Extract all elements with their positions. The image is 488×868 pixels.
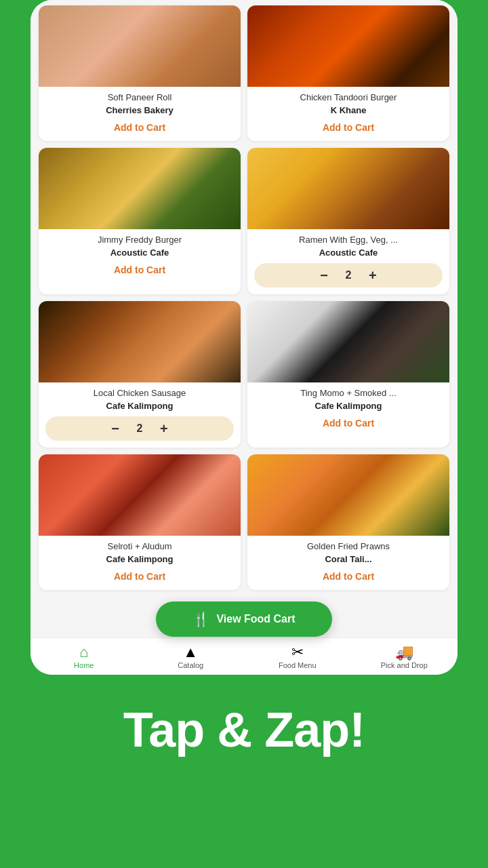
decrease-chicken-sausage[interactable]: − [108, 422, 122, 435]
food-name-selroti: Selroti + Aludum [45, 541, 234, 553]
quantity-value-chicken-sausage: 2 [133, 422, 146, 435]
food-grid: Soft Paneer Roll Cherries Bakery Add to … [39, 5, 449, 590]
add-to-cart-paneer-roll[interactable]: Add to Cart [114, 121, 165, 134]
food-name-chicken-sausage: Local Chicken Sausage [45, 388, 234, 399]
restaurant-prawns: Coral Tali... [254, 554, 443, 564]
add-to-cart-ting-momo[interactable]: Add to Cart [323, 416, 374, 430]
restaurant-ting-momo: Cafe Kalimpong [254, 401, 443, 411]
add-to-cart-jimmy-burger[interactable]: Add to Cart [114, 263, 165, 277]
add-to-cart-selroti[interactable]: Add to Cart [114, 570, 165, 583]
restaurant-selroti: Cafe Kalimpong [45, 554, 234, 564]
app-tagline: Tap & Zap! [110, 675, 379, 771]
restaurant-jimmy-burger: Acoustic Cafe [45, 248, 234, 258]
view-food-cart-button[interactable]: 🍴 View Food Cart [156, 601, 332, 637]
nav-food-menu[interactable]: ✂ Food Menu [244, 645, 351, 669]
food-image-ting-momo [247, 301, 449, 382]
food-name-prawns: Golden Fried Prawns [254, 541, 443, 553]
increase-ramen-egg[interactable]: + [366, 269, 380, 282]
food-image-jimmy-burger [39, 148, 241, 229]
add-to-cart-prawns[interactable]: Add to Cart [323, 570, 374, 583]
decrease-ramen-egg[interactable]: − [317, 269, 331, 282]
quantity-value-ramen-egg: 2 [342, 269, 355, 281]
restaurant-chicken-sausage: Cafe Kalimpong [45, 401, 234, 411]
card-jimmy-burger: Jimmy Freddy Burger Acoustic Cafe Add to… [39, 148, 241, 294]
card-ramen-egg: Ramen With Egg, Veg, ... Acoustic Cafe −… [247, 148, 449, 294]
bottom-navigation: ⌂ Home ▲ Catalog ✂ Food Menu 🚚 Pick and … [30, 637, 458, 675]
food-name-ramen-egg: Ramen With Egg, Veg, ... [254, 235, 443, 246]
quantity-control-chicken-sausage: − 2 + [45, 416, 234, 441]
quantity-control-ramen-egg: − 2 + [254, 263, 443, 288]
nav-catalog-label: Catalog [178, 661, 203, 669]
restaurant-paneer-roll: Cherries Bakery [45, 105, 234, 115]
nav-pick-and-drop[interactable]: 🚚 Pick and Drop [351, 645, 458, 669]
card-chicken-sausage: Local Chicken Sausage Cafe Kalimpong − 2… [39, 301, 241, 448]
restaurant-tandoori-burger: K Khane [254, 105, 443, 115]
card-prawns: Golden Fried Prawns Coral Tali... Add to… [247, 454, 449, 590]
add-to-cart-tandoori-burger[interactable]: Add to Cart [323, 121, 374, 134]
food-image-prawns [247, 454, 449, 536]
cart-icon: 🍴 [192, 611, 209, 627]
nav-pick-and-drop-label: Pick and Drop [381, 661, 428, 669]
card-selroti: Selroti + Aludum Cafe Kalimpong Add to C… [39, 454, 241, 590]
increase-chicken-sausage[interactable]: + [157, 422, 171, 435]
home-icon: ⌂ [79, 645, 88, 660]
restaurant-ramen-egg: Acoustic Cafe [254, 248, 443, 258]
pick-and-drop-icon: 🚚 [395, 645, 413, 660]
food-name-jimmy-burger: Jimmy Freddy Burger [45, 235, 234, 246]
food-image-selroti [39, 454, 241, 536]
card-ting-momo: Ting Momo + Smoked ... Cafe Kalimpong Ad… [247, 301, 449, 448]
food-image-paneer-roll [39, 5, 241, 87]
food-menu-icon: ✂ [291, 645, 304, 660]
view-cart-label: View Food Cart [216, 613, 295, 625]
nav-catalog[interactable]: ▲ Catalog [138, 645, 245, 669]
catalog-icon: ▲ [183, 645, 198, 660]
food-image-chicken-sausage [39, 301, 241, 382]
nav-food-menu-label: Food Menu [279, 661, 317, 669]
card-tandoori-burger: Chicken Tandoori Burger K Khane Add to C… [247, 5, 449, 141]
food-name-paneer-roll: Soft Paneer Roll [45, 92, 234, 104]
nav-home-label: Home [74, 661, 94, 669]
card-paneer-roll: Soft Paneer Roll Cherries Bakery Add to … [39, 5, 241, 141]
food-image-tandoori-burger [247, 5, 449, 87]
food-name-ting-momo: Ting Momo + Smoked ... [254, 388, 443, 399]
nav-home[interactable]: ⌂ Home [30, 645, 138, 669]
food-name-tandoori-burger: Chicken Tandoori Burger [254, 92, 443, 104]
food-image-ramen-egg [247, 148, 449, 229]
